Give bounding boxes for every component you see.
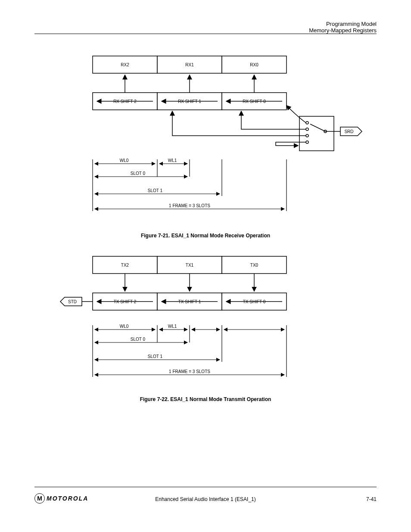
rx-frame-label: 1 FRAME = 3 SLOTS (169, 203, 210, 208)
tx-wl1-label: WL1 (168, 324, 177, 329)
tx-slot1-label: SLOT 1 (148, 354, 163, 359)
rx-fifo-2-label: RX2 (121, 62, 129, 67)
tx-diagram: TX2 TX1 TX0 TX SHIFT 2 TX SHIFT 1 TX SHI… (0, 248, 411, 403)
tx-wl0-label: WL0 (120, 324, 129, 329)
rx-diagram: RX2 RX1 RX0 RX SHIFT 2 RX SHIFT 1 RX SHI… (0, 47, 411, 237)
figure-22-caption: Figure 7-22. ESAI_1 Normal Mode Transmit… (0, 396, 411, 402)
tx-fifo-1-label: TX1 (186, 263, 194, 268)
srd-pin-label: SRD (344, 129, 353, 134)
rx-fifo-0-label: RX0 (250, 62, 258, 67)
rx-wl0-label: WL0 (120, 158, 129, 163)
tx-fifo-0-label: TX0 (250, 263, 258, 268)
tx-fifo-2-label: TX2 (121, 263, 129, 268)
figure-21-caption: Figure 7-21. ESAI_1 Normal Mode Receive … (0, 233, 411, 239)
header-subsection: Memory-Mapped Registers (309, 27, 377, 34)
std-pin-label: STD (68, 299, 77, 304)
rx-fifo-1-label: RX1 (185, 62, 194, 67)
tx-frame-label: 1 FRAME = 3 SLOTS (169, 369, 210, 374)
footer-page-number: 7-41 (366, 496, 377, 502)
rx-slot1-label: SLOT 1 (148, 188, 163, 193)
rx-wl1-label: WL1 (168, 158, 177, 163)
tx-slot0-label: SLOT 0 (131, 337, 146, 342)
rx-slot0-label: SLOT 0 (131, 171, 146, 176)
header-section: Programming Model (309, 21, 377, 27)
footer-center: Enhanced Serial Audio Interface 1 (ESAI_… (0, 496, 411, 502)
footer-rule (34, 487, 377, 487)
